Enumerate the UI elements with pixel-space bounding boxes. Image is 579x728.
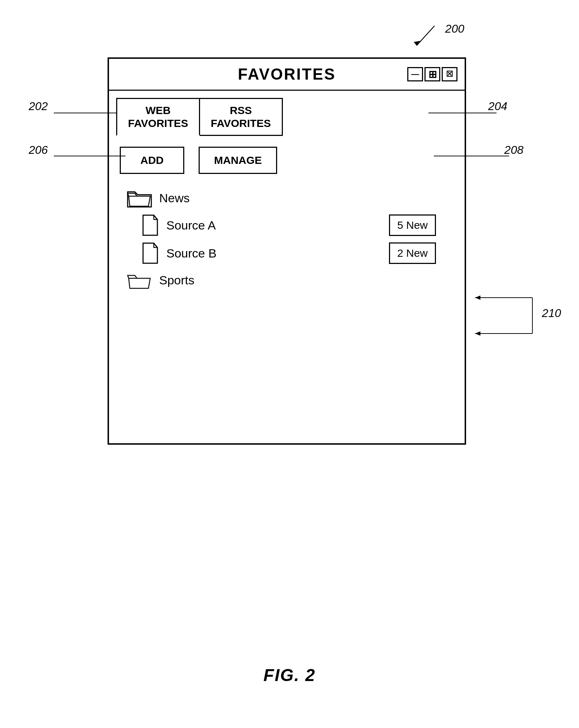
close-button[interactable]: ☒ — [442, 67, 457, 81]
figure-caption: FIG. 2 — [264, 665, 315, 685]
ann-210: 210 — [542, 307, 561, 320]
news-label: News — [159, 191, 190, 205]
list-item-source-b[interactable]: Source B 2 New — [138, 242, 447, 264]
sports-label: Sports — [159, 273, 194, 287]
window-controls: — ⊞ ☒ — [407, 67, 457, 81]
tab-web-favorites[interactable]: WEB FAVORITES — [116, 98, 200, 136]
list-item-sports: Sports — [127, 270, 447, 290]
svg-marker-10 — [475, 331, 480, 336]
source-a-badge[interactable]: 5 New — [389, 214, 436, 236]
ann-208: 208 — [504, 143, 523, 157]
svg-line-0 — [417, 26, 435, 46]
doc-icon-source-a — [141, 214, 159, 236]
manage-button[interactable]: MANAGE — [199, 147, 277, 174]
add-button[interactable]: ADD — [120, 147, 184, 174]
ann-206-line — [50, 149, 129, 163]
ann-208-line — [434, 149, 513, 163]
ref-200: 200 — [445, 22, 464, 36]
minimize-button[interactable]: — — [407, 67, 423, 81]
ann-202: 202 — [29, 100, 48, 113]
action-row: ADD MANAGE — [120, 147, 454, 174]
folder-icon-news — [127, 188, 152, 208]
source-b-label: Source B — [166, 246, 217, 260]
svg-marker-9 — [475, 296, 480, 300]
tab-rss-favorites[interactable]: RSS FAVORITES — [200, 98, 283, 136]
arrow-200-svg — [406, 22, 442, 51]
ann-204: 204 — [488, 100, 507, 113]
ann-202-line — [50, 106, 122, 120]
ann-210-svg — [461, 287, 550, 344]
window-title: FAVORITES — [238, 65, 336, 83]
list-area: News Source A 5 New — [120, 185, 454, 300]
list-item-source-a[interactable]: Source A 5 New — [138, 214, 447, 236]
ann-206: 206 — [29, 143, 48, 157]
page-container: 200 FAVORITES — ⊞ ☒ WEB FAVORITES RSS FA… — [0, 0, 579, 728]
title-bar: FAVORITES — ⊞ ☒ — [109, 59, 465, 91]
source-a-label: Source A — [166, 218, 216, 232]
folder-icon-sports — [127, 270, 152, 290]
maximize-button[interactable]: ⊞ — [424, 67, 440, 81]
source-b-badge[interactable]: 2 New — [389, 242, 436, 264]
main-window: FAVORITES — ⊞ ☒ WEB FAVORITES RSS FAVORI… — [108, 57, 466, 445]
content-area: ADD MANAGE News — [109, 136, 465, 307]
tabs-area: WEB FAVORITES RSS FAVORITES — [109, 91, 465, 136]
doc-icon-source-b — [141, 242, 159, 264]
list-item-news: News — [127, 188, 447, 208]
